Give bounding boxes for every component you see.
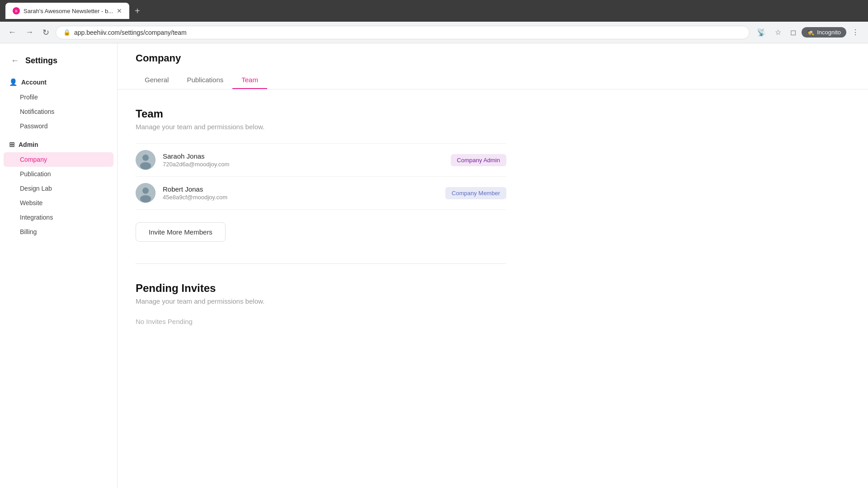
account-icon: 👤 bbox=[9, 78, 18, 86]
sidebar-item-integrations[interactable]: Integrations bbox=[0, 210, 117, 225]
team-section-subtitle: Manage your team and permissions below. bbox=[136, 123, 506, 131]
member-badge-1[interactable]: Company Admin bbox=[451, 154, 506, 166]
no-invites-label: No Invites Pending bbox=[136, 318, 506, 325]
member-email-1: 720a2d6a@moodjoy.com bbox=[163, 161, 451, 168]
sidebar-item-company[interactable]: Company bbox=[4, 152, 113, 167]
admin-section-header: ⊞ Admin bbox=[0, 137, 117, 152]
tab-team[interactable]: Team bbox=[232, 71, 267, 89]
svg-point-5 bbox=[140, 195, 151, 202]
sidebar-section-account: 👤 Account Profile Notifications Password bbox=[0, 75, 117, 133]
incognito-label: Incognito bbox=[817, 29, 841, 36]
member-list: Saraoh Jonas 720a2d6a@moodjoy.com Compan… bbox=[136, 143, 506, 210]
member-row: Robert Jonas 45e8a9cf@moodjoy.com Compan… bbox=[136, 177, 506, 210]
sidebar-item-billing[interactable]: Billing bbox=[0, 225, 117, 239]
sidebar-back-button[interactable]: ← bbox=[9, 54, 21, 67]
avatar-person-icon bbox=[136, 183, 156, 203]
back-button[interactable]: ← bbox=[5, 26, 19, 39]
member-name-1: Saraoh Jonas bbox=[163, 152, 451, 160]
new-tab-button[interactable]: + bbox=[135, 6, 140, 16]
sidebar-section-admin: ⊞ Admin Company Publication Design Lab W… bbox=[0, 137, 117, 239]
sidebar-item-website[interactable]: Website bbox=[0, 196, 117, 210]
admin-section-label: Admin bbox=[19, 141, 38, 148]
lock-icon: 🔒 bbox=[63, 29, 71, 36]
svg-point-2 bbox=[140, 162, 151, 169]
sidebar-item-design-lab[interactable]: Design Lab bbox=[0, 181, 117, 196]
pending-section-subtitle: Manage your team and permissions below. bbox=[136, 297, 506, 305]
main-content: Company General Publications Team Team M… bbox=[118, 43, 868, 488]
cast-button[interactable]: 📡 bbox=[753, 26, 769, 38]
toolbar-actions: 📡 ☆ ◻ 🕵 Incognito ⋮ bbox=[753, 26, 863, 38]
member-email-2: 45e8a9cf@moodjoy.com bbox=[163, 194, 445, 201]
member-name-2: Robert Jonas bbox=[163, 185, 445, 193]
member-avatar-1 bbox=[136, 150, 156, 170]
page-header: Company General Publications Team bbox=[118, 43, 868, 89]
incognito-button[interactable]: 🕵 Incognito bbox=[802, 27, 846, 38]
sidebar: ← Settings 👤 Account Profile Notificatio… bbox=[0, 43, 118, 488]
tabs-nav: General Publications Team bbox=[136, 71, 850, 89]
settings-title: Settings bbox=[25, 56, 57, 66]
incognito-icon: 🕵 bbox=[807, 29, 814, 36]
svg-point-1 bbox=[142, 155, 149, 161]
member-info-1: Saraoh Jonas 720a2d6a@moodjoy.com bbox=[163, 152, 451, 168]
sidebar-item-profile[interactable]: Profile bbox=[0, 90, 117, 104]
team-section: Team Manage your team and permissions be… bbox=[136, 108, 506, 242]
team-section-title: Team bbox=[136, 108, 506, 120]
avatar-person-icon bbox=[136, 150, 156, 170]
page-title: Company bbox=[136, 52, 850, 64]
member-row: Saraoh Jonas 720a2d6a@moodjoy.com Compan… bbox=[136, 143, 506, 177]
reload-button[interactable]: ↻ bbox=[40, 26, 52, 39]
tab-publications[interactable]: Publications bbox=[178, 71, 232, 89]
sidebar-item-password[interactable]: Password bbox=[0, 119, 117, 133]
sidebar-item-notifications[interactable]: Notifications bbox=[0, 104, 117, 119]
browser-toolbar: ← → ↻ 🔒 app.beehiiv.com/settings/company… bbox=[0, 22, 868, 43]
tab-general[interactable]: General bbox=[136, 71, 178, 89]
browser-tab[interactable]: B Sarah's Awesome Newsletter - b... ✕ bbox=[5, 3, 129, 19]
pending-invites-section: Pending Invites Manage your team and per… bbox=[136, 282, 506, 325]
address-text: app.beehiiv.com/settings/company/team bbox=[74, 29, 187, 36]
account-section-header: 👤 Account bbox=[0, 75, 117, 90]
member-badge-2[interactable]: Company Member bbox=[445, 187, 506, 199]
tab-favicon: B bbox=[13, 7, 20, 14]
address-bar[interactable]: 🔒 app.beehiiv.com/settings/company/team bbox=[56, 26, 750, 39]
admin-icon: ⊞ bbox=[9, 141, 15, 149]
forward-button[interactable]: → bbox=[23, 26, 36, 39]
profile-button[interactable]: ◻ bbox=[787, 26, 800, 38]
browser-chrome: B Sarah's Awesome Newsletter - b... ✕ + bbox=[0, 0, 868, 22]
section-divider bbox=[136, 263, 506, 264]
tab-title: Sarah's Awesome Newsletter - b... bbox=[24, 8, 113, 14]
member-info-2: Robert Jonas 45e8a9cf@moodjoy.com bbox=[163, 185, 445, 201]
sidebar-item-publication[interactable]: Publication bbox=[0, 167, 117, 181]
invite-more-members-button[interactable]: Invite More Members bbox=[136, 222, 226, 242]
member-avatar-2 bbox=[136, 183, 156, 203]
tab-close-button[interactable]: ✕ bbox=[117, 7, 122, 14]
account-section-label: Account bbox=[21, 79, 47, 86]
sidebar-header: ← Settings bbox=[0, 51, 117, 75]
content-body: Team Manage your team and permissions be… bbox=[118, 89, 524, 365]
more-button[interactable]: ⋮ bbox=[848, 26, 863, 38]
app-container: ← Settings 👤 Account Profile Notificatio… bbox=[0, 43, 868, 488]
svg-point-4 bbox=[142, 188, 149, 194]
pending-section-title: Pending Invites bbox=[136, 282, 506, 295]
bookmark-button[interactable]: ☆ bbox=[771, 26, 785, 38]
